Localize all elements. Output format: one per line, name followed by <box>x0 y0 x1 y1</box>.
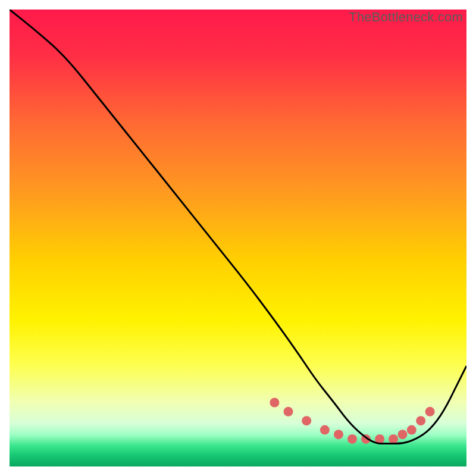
marker-dot <box>320 425 330 435</box>
bottleneck-curve <box>10 10 466 444</box>
curve-layer <box>10 10 466 466</box>
marker-dot <box>302 416 311 425</box>
plot-area: TheBottleneck.com <box>10 10 466 466</box>
marker-dot <box>270 398 279 408</box>
marker-dots <box>270 398 434 444</box>
marker-dot <box>416 416 425 425</box>
watermark-text: TheBottleneck.com <box>349 10 463 25</box>
marker-dot <box>425 407 435 416</box>
marker-dot <box>334 430 343 439</box>
marker-dot <box>398 430 408 439</box>
marker-dot <box>389 434 398 444</box>
marker-dot <box>284 407 293 416</box>
marker-dot <box>347 434 357 444</box>
chart-frame: TheBottleneck.com <box>0 0 476 476</box>
marker-dot <box>407 425 416 435</box>
